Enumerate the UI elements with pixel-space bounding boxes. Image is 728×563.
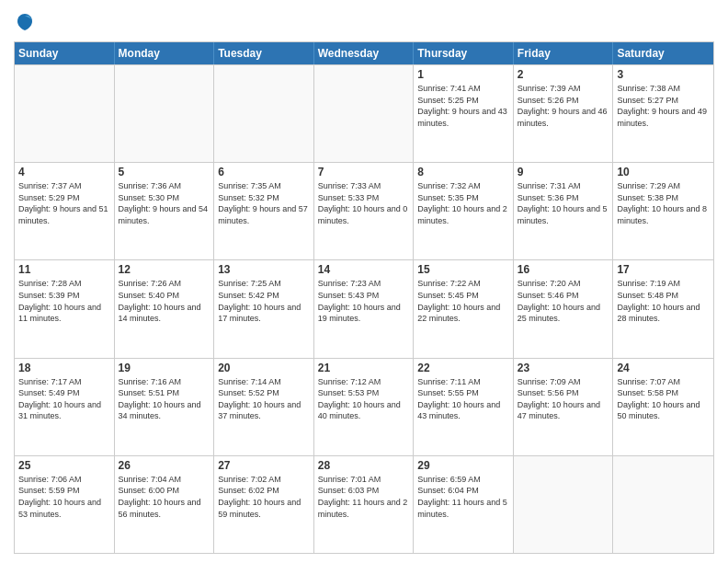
cell-info: Sunrise: 7:02 AMSunset: 6:02 PMDaylight:… [218, 474, 310, 520]
cell-day-number: 21 [318, 362, 410, 374]
cell-info: Sunrise: 7:22 AMSunset: 5:45 PMDaylight:… [417, 278, 509, 324]
calendar-header-row: SundayMondayTuesdayWednesdayThursdayFrid… [15, 42, 713, 64]
calendar-cell: 18Sunrise: 7:17 AMSunset: 5:49 PMDayligh… [15, 359, 115, 455]
calendar-cell [214, 65, 314, 162]
calendar-cell: 2Sunrise: 7:39 AMSunset: 5:26 PMDaylight… [514, 65, 614, 162]
cell-day-number: 27 [218, 459, 310, 472]
calendar-cell: 14Sunrise: 7:23 AMSunset: 5:43 PMDayligh… [314, 260, 415, 357]
cell-info: Sunrise: 7:16 AMSunset: 5:51 PMDaylight:… [119, 376, 210, 422]
cell-day-number: 2 [518, 68, 609, 81]
calendar-cell: 27Sunrise: 7:02 AMSunset: 6:02 PMDayligh… [214, 456, 314, 553]
cell-info: Sunrise: 7:31 AMSunset: 5:36 PMDaylight:… [518, 180, 609, 226]
calendar-week-4: 25Sunrise: 7:06 AMSunset: 5:59 PMDayligh… [15, 455, 713, 553]
calendar-cell [613, 456, 713, 553]
weekday-header-tuesday: Tuesday [214, 42, 314, 64]
cell-info: Sunrise: 7:01 AMSunset: 6:03 PMDaylight:… [318, 474, 410, 520]
cell-day-number: 5 [119, 166, 210, 178]
calendar: SundayMondayTuesdayWednesdayThursdayFrid… [14, 41, 714, 554]
cell-info: Sunrise: 7:41 AMSunset: 5:25 PMDaylight:… [417, 83, 509, 129]
calendar-cell: 11Sunrise: 7:28 AMSunset: 5:39 PMDayligh… [15, 260, 115, 357]
cell-day-number: 11 [18, 263, 110, 276]
cell-info: Sunrise: 7:37 AMSunset: 5:29 PMDaylight:… [18, 180, 110, 226]
cell-info: Sunrise: 7:36 AMSunset: 5:30 PMDaylight:… [119, 180, 210, 226]
calendar-cell: 1Sunrise: 7:41 AMSunset: 5:25 PMDaylight… [414, 65, 514, 162]
calendar-cell: 24Sunrise: 7:07 AMSunset: 5:58 PMDayligh… [613, 359, 713, 455]
weekday-header-thursday: Thursday [414, 42, 514, 64]
cell-info: Sunrise: 7:33 AMSunset: 5:33 PMDaylight:… [318, 180, 410, 226]
cell-day-number: 6 [218, 166, 310, 178]
cell-info: Sunrise: 7:29 AMSunset: 5:38 PMDaylight:… [617, 180, 710, 226]
calendar-cell: 3Sunrise: 7:38 AMSunset: 5:27 PMDaylight… [613, 65, 713, 162]
calendar-cell: 23Sunrise: 7:09 AMSunset: 5:56 PMDayligh… [514, 359, 614, 455]
calendar-cell: 16Sunrise: 7:20 AMSunset: 5:46 PMDayligh… [514, 260, 614, 357]
cell-info: Sunrise: 6:59 AMSunset: 6:04 PMDaylight:… [417, 474, 509, 520]
calendar-body: 1Sunrise: 7:41 AMSunset: 5:25 PMDaylight… [15, 64, 713, 553]
cell-day-number: 18 [18, 362, 110, 374]
cell-day-number: 7 [318, 166, 410, 178]
cell-day-number: 28 [318, 459, 410, 472]
calendar-cell: 17Sunrise: 7:19 AMSunset: 5:48 PMDayligh… [613, 260, 713, 357]
calendar-cell [514, 456, 614, 553]
cell-info: Sunrise: 7:17 AMSunset: 5:49 PMDaylight:… [18, 376, 110, 422]
calendar-cell: 20Sunrise: 7:14 AMSunset: 5:52 PMDayligh… [214, 359, 314, 455]
cell-info: Sunrise: 7:09 AMSunset: 5:56 PMDaylight:… [518, 376, 609, 422]
cell-info: Sunrise: 7:39 AMSunset: 5:26 PMDaylight:… [518, 83, 609, 129]
cell-day-number: 26 [119, 459, 210, 472]
cell-info: Sunrise: 7:12 AMSunset: 5:53 PMDaylight:… [318, 376, 410, 422]
calendar-cell [115, 65, 215, 162]
calendar-cell: 13Sunrise: 7:25 AMSunset: 5:42 PMDayligh… [214, 260, 314, 357]
calendar-cell: 29Sunrise: 6:59 AMSunset: 6:04 PMDayligh… [414, 456, 514, 553]
weekday-header-sunday: Sunday [15, 42, 115, 64]
weekday-header-monday: Monday [115, 42, 215, 64]
calendar-cell: 4Sunrise: 7:37 AMSunset: 5:29 PMDaylight… [15, 163, 115, 259]
cell-info: Sunrise: 7:38 AMSunset: 5:27 PMDaylight:… [617, 83, 710, 129]
calendar-cell: 25Sunrise: 7:06 AMSunset: 5:59 PMDayligh… [15, 456, 115, 553]
cell-info: Sunrise: 7:25 AMSunset: 5:42 PMDaylight:… [218, 278, 310, 324]
calendar-cell: 7Sunrise: 7:33 AMSunset: 5:33 PMDaylight… [314, 163, 415, 259]
calendar-cell: 19Sunrise: 7:16 AMSunset: 5:51 PMDayligh… [115, 359, 215, 455]
logo [14, 14, 34, 34]
cell-day-number: 20 [218, 362, 310, 374]
cell-day-number: 12 [119, 263, 210, 276]
calendar-cell: 5Sunrise: 7:36 AMSunset: 5:30 PMDaylight… [115, 163, 215, 259]
cell-info: Sunrise: 7:07 AMSunset: 5:58 PMDaylight:… [617, 376, 710, 422]
calendar-cell: 6Sunrise: 7:35 AMSunset: 5:32 PMDaylight… [214, 163, 314, 259]
cell-day-number: 3 [617, 68, 710, 81]
calendar-cell [15, 65, 115, 162]
cell-info: Sunrise: 7:04 AMSunset: 6:00 PMDaylight:… [119, 474, 210, 520]
weekday-header-saturday: Saturday [613, 42, 713, 64]
logo-bird-icon [16, 12, 34, 34]
calendar-cell: 26Sunrise: 7:04 AMSunset: 6:00 PMDayligh… [115, 456, 215, 553]
cell-info: Sunrise: 7:35 AMSunset: 5:32 PMDaylight:… [218, 180, 310, 226]
cell-day-number: 1 [417, 68, 509, 81]
cell-day-number: 15 [417, 263, 509, 276]
cell-day-number: 23 [518, 362, 609, 374]
cell-day-number: 10 [617, 166, 710, 178]
page: SundayMondayTuesdayWednesdayThursdayFrid… [0, 0, 728, 563]
cell-info: Sunrise: 7:11 AMSunset: 5:55 PMDaylight:… [417, 376, 509, 422]
cell-info: Sunrise: 7:26 AMSunset: 5:40 PMDaylight:… [119, 278, 210, 324]
cell-info: Sunrise: 7:32 AMSunset: 5:35 PMDaylight:… [417, 180, 509, 226]
cell-day-number: 14 [318, 263, 410, 276]
calendar-week-1: 4Sunrise: 7:37 AMSunset: 5:29 PMDaylight… [15, 162, 713, 259]
weekday-header-friday: Friday [514, 42, 614, 64]
calendar-week-2: 11Sunrise: 7:28 AMSunset: 5:39 PMDayligh… [15, 259, 713, 357]
cell-day-number: 25 [18, 459, 110, 472]
cell-info: Sunrise: 7:19 AMSunset: 5:48 PMDaylight:… [617, 278, 710, 324]
cell-info: Sunrise: 7:23 AMSunset: 5:43 PMDaylight:… [318, 278, 410, 324]
weekday-header-wednesday: Wednesday [314, 42, 415, 64]
calendar-cell: 28Sunrise: 7:01 AMSunset: 6:03 PMDayligh… [314, 456, 415, 553]
calendar-cell: 22Sunrise: 7:11 AMSunset: 5:55 PMDayligh… [414, 359, 514, 455]
cell-day-number: 9 [518, 166, 609, 178]
calendar-week-3: 18Sunrise: 7:17 AMSunset: 5:49 PMDayligh… [15, 358, 713, 455]
cell-day-number: 19 [119, 362, 210, 374]
cell-day-number: 13 [218, 263, 310, 276]
calendar-cell: 21Sunrise: 7:12 AMSunset: 5:53 PMDayligh… [314, 359, 415, 455]
calendar-cell: 10Sunrise: 7:29 AMSunset: 5:38 PMDayligh… [613, 163, 713, 259]
cell-info: Sunrise: 7:06 AMSunset: 5:59 PMDaylight:… [18, 474, 110, 520]
calendar-cell: 12Sunrise: 7:26 AMSunset: 5:40 PMDayligh… [115, 260, 215, 357]
cell-day-number: 4 [18, 166, 110, 178]
cell-day-number: 17 [617, 263, 710, 276]
calendar-cell: 15Sunrise: 7:22 AMSunset: 5:45 PMDayligh… [414, 260, 514, 357]
calendar-cell: 8Sunrise: 7:32 AMSunset: 5:35 PMDaylight… [414, 163, 514, 259]
